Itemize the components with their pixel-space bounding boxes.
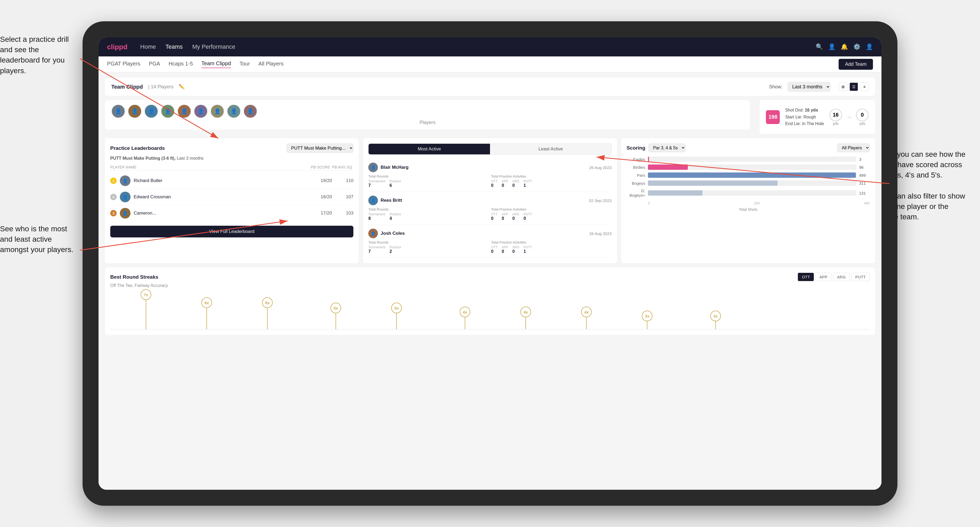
bar-fill-bogeys — [648, 181, 778, 186]
show-label: Show: — [769, 84, 783, 90]
subnav-all-players[interactable]: All Players — [258, 61, 283, 68]
bar-track-birdies — [648, 165, 856, 170]
streak-pin-line — [267, 308, 268, 329]
streaks-filter-ott[interactable]: OTT — [798, 273, 814, 281]
player-avatar[interactable]: 👤 — [111, 104, 125, 118]
bar-val-bogeys: 311 — [859, 181, 870, 186]
streak-pin-line — [336, 313, 336, 329]
lb-row: 3 👤 Cameron... 17/20 103 — [110, 205, 353, 221]
bar-label-bogeys: Bogeys — [627, 181, 645, 186]
bar-track-bogeys — [648, 181, 856, 186]
nav-home[interactable]: Home — [140, 43, 156, 50]
nav-logo: clippd — [107, 43, 127, 51]
bar-fill-double-bogeys — [648, 190, 703, 195]
bar-track-eagles — [648, 157, 856, 162]
player-avatar[interactable]: 👤 — [194, 104, 208, 118]
scoring-par-filter[interactable]: Par 3, 4 & 5s — [648, 143, 686, 152]
pai-stats-3: Total Rounds Tournament 7 Practice 2 — [368, 240, 611, 254]
pai-date-2: 02 Sep 2023 — [589, 198, 612, 203]
lb-table-header: PLAYER NAME PB SCORE PB AVG SQ — [110, 164, 353, 171]
x-label-200: 200 — [754, 201, 760, 205]
streak-pin-circle: 5x — [391, 303, 402, 313]
detail-view-btn[interactable]: ≡ — [860, 83, 869, 91]
lb-avg-2: 107 — [337, 194, 353, 200]
bar-val-birdies: 96 — [859, 165, 870, 170]
activity-tabs: Most Active Least Active — [368, 143, 611, 155]
grid-view-btn[interactable]: ⊞ — [839, 83, 847, 91]
subnav-hcaps[interactable]: Hcaps 1-5 — [169, 61, 193, 68]
lb-avg-3: 103 — [337, 211, 353, 216]
player-avatar[interactable]: 👤 — [177, 104, 191, 118]
lb-score-1: 19/20 — [318, 178, 334, 183]
subnav-team-clippd[interactable]: Team Clippd — [201, 60, 231, 68]
bar-track-pars — [648, 173, 856, 178]
notification-icon[interactable]: 🔔 — [841, 43, 848, 50]
player-avatar[interactable]: 👤 — [128, 104, 142, 118]
settings-icon[interactable]: ⚙️ — [853, 43, 861, 50]
subnav-pgat-players[interactable]: PGAT Players — [107, 61, 140, 68]
streaks-title: Best Round Streaks — [110, 274, 158, 280]
least-active-tab[interactable]: Least Active — [490, 144, 611, 154]
team-header-card: Team Clippd | 14 Players ✏️ Show: Last 3… — [105, 78, 875, 96]
team-count: | 14 Players — [148, 84, 173, 90]
leaderboard-title: Practice Leaderboards — [110, 145, 165, 151]
x-label-400: 400 — [864, 201, 870, 205]
pai-total-rounds: Total Rounds Tournament 7 Practice 6 — [368, 174, 489, 188]
leaderboard-subtitle: PUTT Must Make Putting (3-6 ft), Last 3 … — [110, 156, 353, 161]
pai-header-1: 👤 Blair McHarg 26 Aug 2023 — [368, 163, 611, 172]
streak-pin: 6x — [262, 297, 273, 329]
scoring-header: Scoring Par 3, 4 & 5s All Players — [627, 143, 870, 152]
streak-pin-circle: 4x — [460, 306, 470, 317]
scoring-title: Scoring — [627, 145, 646, 151]
streaks-filter-app[interactable]: APP — [815, 273, 831, 281]
profile-icon[interactable]: 👤 — [828, 43, 835, 50]
bar-label-birdies: Birdies — [627, 165, 645, 170]
user-avatar-icon[interactable]: 👤 — [866, 43, 873, 50]
add-team-button[interactable]: Add Team — [838, 59, 873, 70]
streak-pin: 7x — [141, 289, 151, 329]
streak-pin: 4x — [460, 306, 470, 329]
most-active-tab[interactable]: Most Active — [369, 144, 490, 154]
streak-pin: 4x — [520, 306, 531, 329]
annotation-left1: Select a practice drill and see the lead… — [0, 34, 75, 76]
lb-avatar-3: 👤 — [120, 208, 130, 219]
scoring-card: Scoring Par 3, 4 & 5s All Players Eagles — [621, 138, 875, 263]
player-avatar[interactable]: 👤 — [161, 104, 175, 118]
streaks-header: Best Round Streaks OTT APP ARG PUTT — [110, 273, 870, 281]
streaks-card: Best Round Streaks OTT APP ARG PUTT Off … — [105, 268, 875, 335]
player-avatar[interactable]: 👤 — [144, 104, 158, 118]
player-avatar[interactable]: 👤 — [227, 104, 241, 118]
streak-pin: 6x — [201, 297, 212, 329]
streaks-filter-arg[interactable]: ARG — [833, 273, 850, 281]
nav-teams[interactable]: Teams — [165, 43, 183, 50]
show-period-select[interactable]: Last 3 months — [788, 82, 830, 92]
shot-badge: 198 — [766, 110, 780, 124]
bar-track-double-bogeys — [648, 190, 856, 195]
drill-select[interactable]: PUTT Must Make Putting... — [286, 143, 353, 153]
player-activity-item: 👤 Josh Coles 26 Aug 2023 Total Rounds To… — [368, 225, 611, 258]
player-avatar[interactable]: 👤 — [210, 104, 224, 118]
player-activity-item: 👤 Blair McHarg 26 Aug 2023 Total Rounds … — [368, 159, 611, 192]
bar-row-double-bogeys: D. Bogeys+ 131 — [627, 189, 870, 197]
search-icon[interactable]: 🔍 — [816, 43, 823, 50]
scoring-player-filter[interactable]: All Players — [837, 143, 870, 152]
subnav-tour[interactable]: Tour — [239, 61, 250, 68]
pai-avatar-3: 👤 — [368, 229, 378, 238]
sub-nav: PGAT Players PGA Hcaps 1-5 Team Clippd T… — [99, 56, 881, 72]
pai-practice-activities: Total Practice Activities OTT 0 APP 0 — [491, 174, 612, 188]
edit-team-icon[interactable]: ✏️ — [179, 84, 185, 90]
streak-pin-line — [715, 321, 716, 329]
view-full-leaderboard-button[interactable]: View Full Leaderboard — [110, 226, 353, 237]
nav-my-performance[interactable]: My Performance — [192, 43, 235, 50]
player-avatar[interactable]: 👤 — [243, 104, 257, 118]
shot-metric-1: 16 yds — [829, 109, 842, 125]
streak-pin: 3x — [710, 311, 721, 329]
nav-links: Home Teams My Performance — [140, 43, 816, 50]
streak-pin: 5x — [391, 303, 402, 329]
subnav-pga[interactable]: PGA — [149, 61, 160, 68]
streaks-filter-putt[interactable]: PUTT — [851, 273, 870, 281]
annotation-left2: See who is the most and least active amo… — [0, 224, 75, 255]
players-avatars: 👤 👤 👤 👤 👤 👤 👤 👤 👤 — [111, 104, 743, 118]
pai-name-1: Blair McHarg — [380, 165, 586, 170]
list-view-btn[interactable]: ☰ — [850, 83, 858, 91]
